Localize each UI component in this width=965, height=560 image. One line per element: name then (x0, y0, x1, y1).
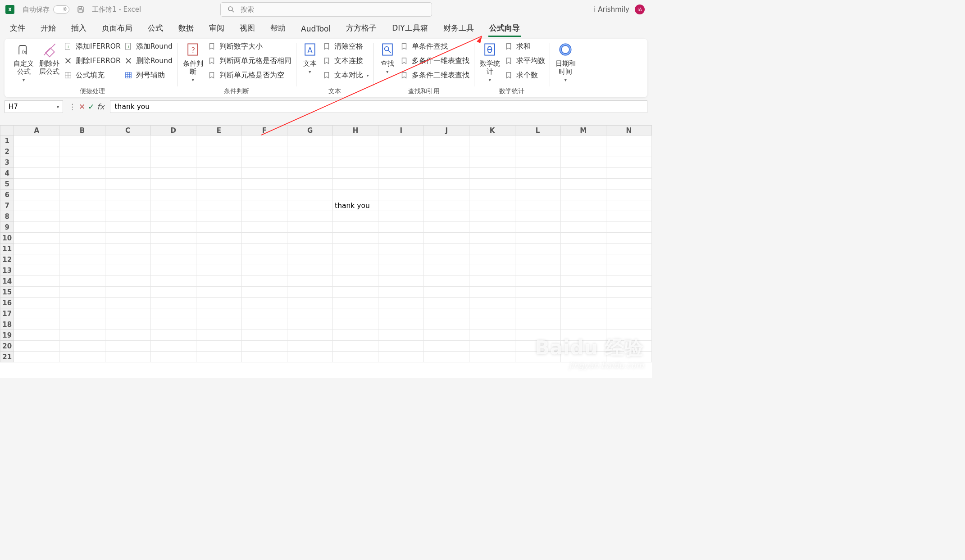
row-header-4[interactable]: 4 (0, 168, 14, 179)
cell-J9[interactable] (424, 222, 469, 233)
cell-C18[interactable] (105, 319, 150, 330)
cell-I1[interactable] (378, 135, 424, 146)
cell-N6[interactable] (606, 190, 651, 200)
cell-L14[interactable] (515, 276, 560, 287)
column-header-N[interactable]: N (606, 126, 651, 135)
cell-K3[interactable] (469, 157, 515, 168)
cell-D17[interactable] (150, 308, 196, 319)
cell-C6[interactable] (105, 190, 150, 200)
cell-D7[interactable] (150, 200, 196, 211)
cell-G17[interactable] (287, 308, 332, 319)
cell-L6[interactable] (515, 190, 560, 200)
cell-F12[interactable] (241, 254, 287, 265)
tab-插入[interactable]: 插入 (68, 20, 89, 37)
cell-A15[interactable] (14, 287, 59, 298)
cell-C20[interactable] (105, 341, 150, 352)
cell-F19[interactable] (241, 330, 287, 341)
cell-N12[interactable] (606, 254, 651, 265)
tab-帮助[interactable]: 帮助 (268, 20, 288, 37)
cell-E21[interactable] (196, 352, 241, 362)
cell-E16[interactable] (196, 298, 241, 308)
text-button[interactable]: A 文本▾ (301, 41, 319, 75)
cell-E2[interactable] (196, 146, 241, 157)
cell-D1[interactable] (150, 135, 196, 146)
row-header-19[interactable]: 19 (0, 330, 14, 341)
row-header-20[interactable]: 20 (0, 341, 14, 352)
column-helper-button[interactable]: 列号辅助 (124, 69, 173, 81)
row-header-17[interactable]: 17 (0, 308, 14, 319)
column-header-B[interactable]: B (59, 126, 105, 135)
multi-1d-lookup-button[interactable]: 多条件一维表查找 (400, 55, 469, 67)
cell-J2[interactable] (424, 146, 469, 157)
cell-G16[interactable] (287, 298, 332, 308)
cell-B20[interactable] (59, 341, 105, 352)
cell-B4[interactable] (59, 168, 105, 179)
cell-J7[interactable] (424, 200, 469, 211)
cell-C8[interactable] (105, 211, 150, 222)
cell-G13[interactable] (287, 265, 332, 276)
cell-B21[interactable] (59, 352, 105, 362)
cell-J19[interactable] (424, 330, 469, 341)
cell-L11[interactable] (515, 244, 560, 254)
cell-J6[interactable] (424, 190, 469, 200)
cell-L3[interactable] (515, 157, 560, 168)
cell-E1[interactable] (196, 135, 241, 146)
cell-E11[interactable] (196, 244, 241, 254)
cell-N17[interactable] (606, 308, 651, 319)
cell-I16[interactable] (378, 298, 424, 308)
cell-F21[interactable] (241, 352, 287, 362)
cell-E19[interactable] (196, 330, 241, 341)
cell-A11[interactable] (14, 244, 59, 254)
cell-L7[interactable] (515, 200, 560, 211)
cell-E15[interactable] (196, 287, 241, 298)
cell-L5[interactable] (515, 179, 560, 190)
cell-F16[interactable] (241, 298, 287, 308)
cell-M3[interactable] (560, 157, 606, 168)
cell-A12[interactable] (14, 254, 59, 265)
cell-L16[interactable] (515, 298, 560, 308)
cell-D19[interactable] (150, 330, 196, 341)
cell-F7[interactable] (241, 200, 287, 211)
cell-M2[interactable] (560, 146, 606, 157)
cell-D14[interactable] (150, 276, 196, 287)
cell-E20[interactable] (196, 341, 241, 352)
cell-B8[interactable] (59, 211, 105, 222)
cell-H18[interactable] (333, 319, 378, 330)
column-header-I[interactable]: I (378, 126, 424, 135)
cell-C3[interactable] (105, 157, 150, 168)
cell-B9[interactable] (59, 222, 105, 233)
cell-F2[interactable] (241, 146, 287, 157)
cell-E3[interactable] (196, 157, 241, 168)
cell-A16[interactable] (14, 298, 59, 308)
cell-H17[interactable] (333, 308, 378, 319)
cell-C16[interactable] (105, 298, 150, 308)
cell-D8[interactable] (150, 211, 196, 222)
cell-B3[interactable] (59, 157, 105, 168)
cell-M15[interactable] (560, 287, 606, 298)
cell-N16[interactable] (606, 298, 651, 308)
tab-AudTool[interactable]: AudTool (298, 22, 333, 37)
judge-cells-equal-button[interactable]: 判断两单元格是否相同 (208, 55, 291, 67)
cell-H9[interactable] (333, 222, 378, 233)
cell-K5[interactable] (469, 179, 515, 190)
cell-F11[interactable] (241, 244, 287, 254)
cell-G18[interactable] (287, 319, 332, 330)
cell-D16[interactable] (150, 298, 196, 308)
cell-K7[interactable] (469, 200, 515, 211)
cell-K14[interactable] (469, 276, 515, 287)
cell-M14[interactable] (560, 276, 606, 287)
tab-财务工具[interactable]: 财务工具 (441, 20, 477, 37)
cell-I18[interactable] (378, 319, 424, 330)
row-header-7[interactable]: 7 (0, 200, 14, 211)
tab-公式[interactable]: 公式 (145, 20, 166, 37)
cell-I3[interactable] (378, 157, 424, 168)
tab-公式向导[interactable]: 公式向导 (487, 20, 523, 37)
cell-J11[interactable] (424, 244, 469, 254)
cell-M1[interactable] (560, 135, 606, 146)
cell-F20[interactable] (241, 341, 287, 352)
autosave-toggle[interactable]: 关 (53, 5, 69, 14)
row-header-21[interactable]: 21 (0, 352, 14, 362)
row-header-2[interactable]: 2 (0, 146, 14, 157)
cell-N15[interactable] (606, 287, 651, 298)
cell-B6[interactable] (59, 190, 105, 200)
